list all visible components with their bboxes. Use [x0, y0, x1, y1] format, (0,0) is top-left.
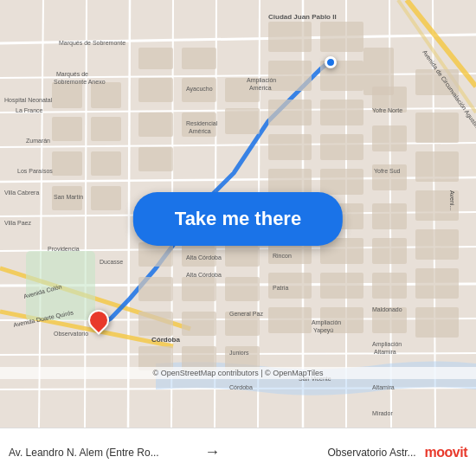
- origin-pin-marker: [84, 306, 113, 335]
- svg-text:Alta Córdoba: Alta Córdoba: [186, 272, 222, 278]
- svg-rect-34: [91, 117, 121, 141]
- app: Ciudad Juan Pablo II Marqués de Sobremon…: [0, 0, 476, 476]
- route-to: Observatorio Astr...: [227, 447, 415, 459]
- svg-rect-47: [320, 100, 363, 125]
- svg-text:Ampliación: Ampliación: [372, 341, 402, 348]
- map-container: Ciudad Juan Pablo II Marqués de Sobremon…: [0, 0, 476, 428]
- svg-text:Ampliación: Ampliación: [312, 319, 341, 326]
- svg-rect-72: [138, 277, 173, 301]
- svg-rect-67: [225, 242, 260, 267]
- svg-text:Marqués de: Marqués de: [56, 71, 88, 78]
- svg-rect-85: [415, 307, 459, 338]
- svg-rect-77: [372, 273, 407, 299]
- map-attribution: © OpenStreetMap contributors | © OpenMap…: [0, 367, 476, 379]
- svg-text:Residencial: Residencial: [186, 120, 218, 126]
- svg-text:Yofre Sud: Yofre Sud: [374, 168, 401, 174]
- svg-text:Maldonado: Maldonado: [372, 306, 402, 312]
- svg-text:Rincon: Rincon: [273, 253, 292, 259]
- svg-rect-54: [320, 134, 363, 160]
- svg-rect-65: [138, 242, 173, 267]
- svg-rect-74: [225, 277, 260, 301]
- svg-rect-41: [52, 151, 82, 176]
- svg-rect-31: [268, 22, 312, 52]
- svg-text:Ampliación: Ampliación: [247, 77, 276, 84]
- svg-text:Ayacucho: Ayacucho: [186, 86, 213, 93]
- svg-rect-73: [182, 277, 216, 301]
- svg-rect-51: [91, 186, 121, 210]
- svg-rect-58: [320, 169, 363, 195]
- bottom-bar: Av. Leandro N. Alem (Entre Ro... → Obser…: [0, 428, 476, 476]
- svg-text:Patria: Patria: [273, 285, 288, 291]
- svg-rect-56: [415, 113, 459, 143]
- svg-text:América: América: [189, 128, 211, 134]
- svg-text:Córdoba: Córdoba: [229, 384, 253, 390]
- svg-text:Córdoba: Córdoba: [151, 336, 180, 344]
- svg-text:General Paz: General Paz: [229, 311, 263, 317]
- svg-rect-42: [91, 151, 121, 176]
- svg-text:Altamira: Altamira: [374, 349, 396, 355]
- svg-text:América: América: [249, 85, 272, 91]
- svg-rect-78: [415, 268, 459, 299]
- svg-rect-80: [182, 312, 216, 336]
- svg-text:Sobremonte Anexo: Sobremonte Anexo: [54, 79, 106, 85]
- svg-rect-52: [138, 147, 173, 171]
- svg-rect-82: [268, 307, 312, 333]
- svg-text:Los Paraísos: Los Paraísos: [17, 168, 53, 174]
- destination-pin: [325, 56, 337, 68]
- svg-rect-53: [268, 134, 312, 160]
- svg-text:Providencia: Providencia: [48, 246, 80, 252]
- svg-rect-46: [268, 100, 312, 125]
- svg-text:Alta Córdoba: Alta Córdoba: [186, 254, 222, 261]
- route-from: Av. Leandro N. Alem (Entre Ro...: [9, 447, 197, 459]
- svg-text:Yofre Norte: Yofre Norte: [372, 107, 402, 113]
- svg-text:Hospital Neonatal: Hospital Neonatal: [4, 97, 53, 104]
- svg-text:La France: La France: [16, 107, 43, 113]
- svg-text:Altamira: Altamira: [372, 384, 395, 390]
- svg-rect-79: [138, 312, 173, 336]
- svg-text:Observatorio: Observatorio: [54, 331, 88, 337]
- svg-rect-60: [415, 151, 459, 182]
- svg-text:Villa Paez: Villa Paez: [4, 220, 32, 226]
- svg-text:San Martín: San Martín: [54, 194, 83, 200]
- svg-rect-63: [372, 203, 407, 229]
- svg-rect-57: [268, 169, 312, 195]
- svg-text:Marqués de Sobremonte: Marqués de Sobremonte: [59, 40, 125, 47]
- arrow-icon: →: [204, 443, 220, 461]
- svg-text:Villa Cabrera: Villa Cabrera: [4, 190, 39, 196]
- svg-rect-76: [320, 273, 363, 299]
- take-me-there-button[interactable]: Take me there: [133, 192, 343, 246]
- svg-rect-43: [138, 113, 173, 137]
- svg-text:Aveni...: Aveni...: [449, 190, 455, 210]
- svg-rect-28: [91, 82, 121, 108]
- svg-rect-45: [225, 108, 260, 134]
- svg-rect-30: [182, 48, 216, 69]
- svg-rect-55: [372, 125, 407, 151]
- svg-rect-35: [138, 78, 173, 102]
- svg-rect-27: [52, 82, 82, 108]
- svg-text:Ducasse: Ducasse: [100, 259, 123, 265]
- origin-pin: [88, 310, 109, 336]
- svg-text:Mirador: Mirador: [372, 410, 393, 416]
- moovit-logo: moovit: [425, 445, 467, 460]
- svg-rect-70: [372, 238, 407, 264]
- svg-rect-29: [138, 48, 173, 69]
- svg-rect-32: [320, 22, 363, 52]
- svg-rect-33: [52, 117, 82, 141]
- svg-text:Yapeyú: Yapeyú: [313, 327, 333, 334]
- svg-text:Ciudad Juan Pablo II: Ciudad Juan Pablo II: [268, 13, 337, 21]
- svg-text:Zumarán: Zumarán: [26, 138, 50, 144]
- svg-rect-71: [415, 229, 459, 260]
- svg-rect-38: [268, 61, 312, 91]
- moovit-brand-text: moovit: [425, 445, 467, 460]
- svg-text:Juniors: Juniors: [229, 350, 249, 356]
